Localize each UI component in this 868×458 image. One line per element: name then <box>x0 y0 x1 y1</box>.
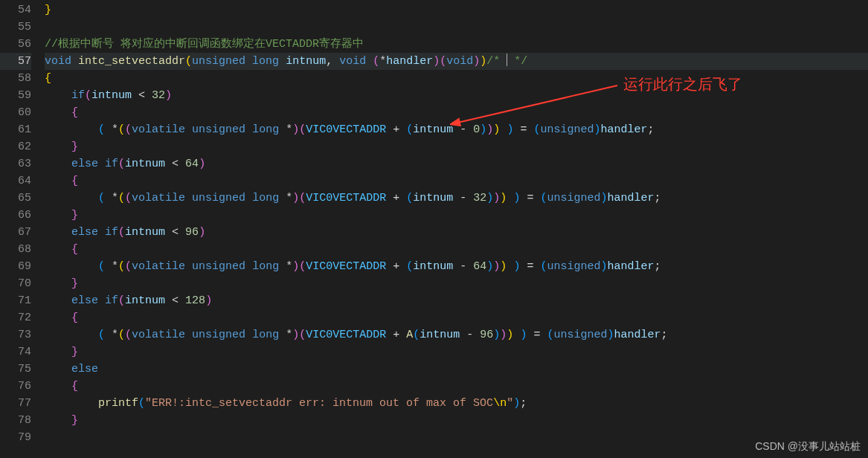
code-line[interactable]: void intc_setvectaddr(unsigned long intn… <box>45 53 868 70</box>
line-number: 61 <box>0 121 31 138</box>
line-number: 68 <box>0 241 31 258</box>
line-number: 56 <box>0 36 31 53</box>
code-line[interactable]: else if(intnum < 96) <box>45 224 868 241</box>
code-line[interactable]: else if(intnum < 128) <box>45 292 868 309</box>
code-line[interactable]: { <box>45 104 868 121</box>
line-number: 64 <box>0 172 31 190</box>
code-line[interactable]: } <box>45 138 868 155</box>
code-line[interactable]: printf("ERR!:intc_setvectaddr err: intnu… <box>45 395 868 412</box>
line-number: 62 <box>0 138 31 155</box>
line-number: 67 <box>0 224 31 241</box>
line-number: 63 <box>0 155 31 172</box>
line-number-gutter: 5455565758596061626364656667686970717273… <box>0 0 45 458</box>
line-number: 75 <box>0 361 31 378</box>
code-line[interactable]: ( *((volatile unsigned long *)(VIC0VECTA… <box>45 258 868 275</box>
line-number: 66 <box>0 207 31 224</box>
line-number: 57 <box>0 53 31 70</box>
line-number: 60 <box>0 104 31 121</box>
code-line[interactable]: { <box>45 378 868 395</box>
code-line[interactable]: { <box>45 172 868 190</box>
line-number: 72 <box>0 309 31 326</box>
code-line[interactable] <box>45 429 868 446</box>
line-number: 73 <box>0 326 31 344</box>
code-line[interactable]: } <box>45 275 868 292</box>
code-line[interactable]: ( *((volatile unsigned long *)(VIC0VECTA… <box>45 190 868 207</box>
code-line[interactable] <box>45 19 868 36</box>
code-line[interactable]: { <box>45 70 868 87</box>
code-line[interactable]: } <box>45 1 868 19</box>
code-line[interactable]: } <box>45 412 868 429</box>
code-line[interactable]: ( *((volatile unsigned long *)(VIC0VECTA… <box>45 326 868 344</box>
line-number: 74 <box>0 344 31 361</box>
line-number: 78 <box>0 412 31 429</box>
line-number: 59 <box>0 87 31 104</box>
code-line[interactable]: ( *((volatile unsigned long *)(VIC0VECTA… <box>45 121 868 138</box>
line-number: 76 <box>0 378 31 395</box>
code-line[interactable]: //根据中断号 将对应的中断回调函数绑定在VECTADDR寄存器中 <box>45 36 868 53</box>
line-number: 65 <box>0 190 31 207</box>
line-number: 55 <box>0 19 31 36</box>
code-line[interactable]: { <box>45 309 868 326</box>
code-area[interactable]: }//根据中断号 将对应的中断回调函数绑定在VECTADDR寄存器中void i… <box>45 0 868 458</box>
code-line[interactable]: } <box>45 207 868 224</box>
code-line[interactable]: else if(intnum < 64) <box>45 155 868 172</box>
line-number: 58 <box>0 70 31 87</box>
watermark: CSDN @没事儿站站桩 <box>755 440 861 454</box>
line-number: 77 <box>0 395 31 412</box>
code-line[interactable]: else <box>45 361 868 378</box>
line-number: 71 <box>0 292 31 309</box>
code-editor[interactable]: 5455565758596061626364656667686970717273… <box>0 0 868 458</box>
code-line[interactable]: } <box>45 344 868 361</box>
code-line[interactable]: { <box>45 241 868 258</box>
annotation-text: 运行此行之后飞了 <box>623 74 742 94</box>
code-line[interactable]: if(intnum < 32) <box>45 87 868 104</box>
line-number: 79 <box>0 429 31 446</box>
line-number: 54 <box>0 1 31 19</box>
line-number: 70 <box>0 275 31 292</box>
line-number: 69 <box>0 258 31 275</box>
